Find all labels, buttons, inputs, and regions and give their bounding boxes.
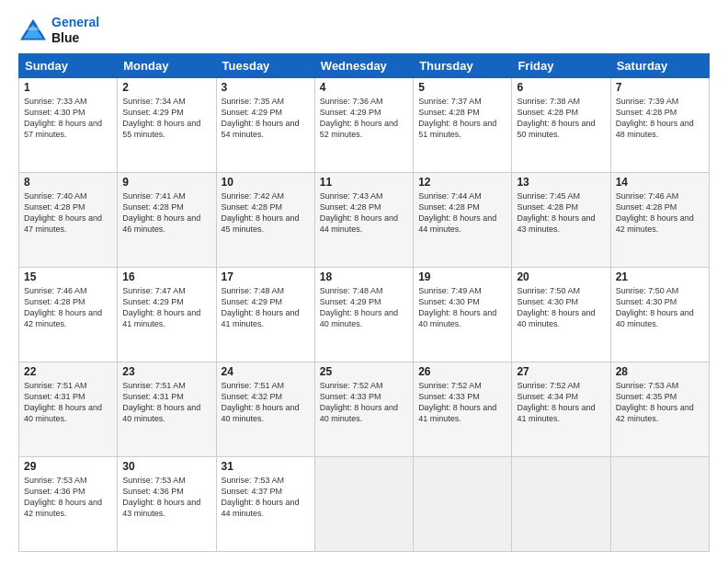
sunrise-value: 7:41 AM: [155, 191, 186, 201]
daylight-label: Daylight: 8 hours and 40 minutes.: [24, 403, 102, 423]
calendar-day-header: Saturday: [610, 53, 709, 77]
cell-content: Sunrise: 7:48 AM Sunset: 4:29 PM Dayligh…: [222, 285, 310, 330]
sunset-label: Sunset:: [222, 202, 252, 212]
day-number: 25: [320, 365, 408, 378]
sunset-label: Sunset:: [517, 108, 547, 117]
cell-content: Sunrise: 7:40 AM Sunset: 4:28 PM Dayligh…: [24, 190, 112, 236]
sunset-value: 4:30 PM: [449, 297, 480, 306]
sunset-value: 4:31 PM: [54, 392, 85, 401]
sunrise-label: Sunrise:: [418, 381, 451, 390]
cell-content: Sunrise: 7:41 AM Sunset: 4:28 PM Dayligh…: [122, 190, 210, 236]
sunrise-value: 7:53 AM: [648, 381, 678, 390]
sunset-label: Sunset:: [24, 392, 54, 401]
daylight-label: Daylight: 8 hours and 40 minutes.: [616, 308, 694, 328]
daylight-label: Daylight: 8 hours and 45 minutes.: [222, 213, 300, 234]
sunset-value: 4:28 PM: [547, 108, 578, 117]
logo-icon: [18, 17, 48, 43]
calendar-cell: 24 Sunrise: 7:51 AM Sunset: 4:32 PM Dayl…: [216, 362, 314, 456]
sunset-label: Sunset:: [616, 202, 646, 212]
sunrise-value: 7:45 AM: [550, 191, 580, 201]
daylight-label: Daylight: 8 hours and 50 minutes.: [517, 119, 595, 139]
sunrise-value: 7:47 AM: [155, 286, 186, 295]
calendar-day-header: Monday: [118, 53, 216, 77]
sunrise-value: 7:48 AM: [352, 286, 382, 295]
sunset-value: 4:28 PM: [646, 202, 677, 212]
sunset-label: Sunset:: [122, 392, 153, 401]
sunrise-label: Sunrise:: [616, 191, 649, 201]
calendar-cell: 9 Sunrise: 7:41 AM Sunset: 4:28 PM Dayli…: [118, 172, 216, 267]
sunrise-value: 7:39 AM: [648, 97, 678, 106]
sunset-value: 4:36 PM: [54, 487, 85, 496]
sunrise-value: 7:50 AM: [550, 286, 580, 295]
sunrise-value: 7:53 AM: [155, 476, 186, 485]
daylight-label: Daylight: 8 hours and 54 minutes.: [222, 119, 300, 139]
daylight-label: Daylight: 8 hours and 40 minutes.: [517, 308, 595, 328]
sunrise-label: Sunrise:: [122, 191, 155, 201]
daylight-label: Daylight: 8 hours and 42 minutes.: [616, 403, 694, 423]
calendar-cell: 2 Sunrise: 7:34 AM Sunset: 4:29 PM Dayli…: [118, 77, 216, 172]
day-number: 15: [24, 270, 112, 283]
sunset-value: 4:30 PM: [646, 297, 677, 306]
calendar-cell: 8 Sunrise: 7:40 AM Sunset: 4:28 PM Dayli…: [19, 172, 118, 267]
sunrise-value: 7:46 AM: [648, 191, 678, 201]
cell-content: Sunrise: 7:49 AM Sunset: 4:30 PM Dayligh…: [418, 285, 506, 330]
cell-content: Sunrise: 7:52 AM Sunset: 4:33 PM Dayligh…: [320, 380, 408, 425]
sunrise-label: Sunrise:: [320, 97, 353, 106]
cell-content: Sunrise: 7:46 AM Sunset: 4:28 PM Dayligh…: [616, 190, 704, 236]
sunrise-label: Sunrise:: [222, 191, 255, 201]
daylight-label: Daylight: 8 hours and 47 minutes.: [24, 213, 102, 234]
daylight-label: Daylight: 8 hours and 48 minutes.: [616, 119, 694, 139]
sunrise-label: Sunrise:: [517, 191, 550, 201]
calendar-cell: [414, 456, 512, 551]
daylight-label: Daylight: 8 hours and 41 minutes.: [122, 308, 200, 328]
cell-content: Sunrise: 7:46 AM Sunset: 4:28 PM Dayligh…: [24, 285, 112, 330]
sunset-label: Sunset:: [320, 392, 350, 401]
cell-content: Sunrise: 7:52 AM Sunset: 4:34 PM Dayligh…: [517, 380, 605, 425]
cell-content: Sunrise: 7:53 AM Sunset: 4:36 PM Dayligh…: [122, 475, 210, 520]
sunset-value: 4:34 PM: [547, 392, 578, 401]
calendar-cell: 30 Sunrise: 7:53 AM Sunset: 4:36 PM Dayl…: [118, 456, 216, 551]
daylight-label: Daylight: 8 hours and 42 minutes.: [616, 213, 694, 234]
sunrise-label: Sunrise:: [222, 286, 255, 295]
day-number: 5: [418, 81, 506, 94]
daylight-label: Daylight: 8 hours and 51 minutes.: [418, 119, 496, 139]
calendar-cell: 19 Sunrise: 7:49 AM Sunset: 4:30 PM Dayl…: [414, 267, 512, 362]
sunset-value: 4:29 PM: [153, 108, 184, 117]
sunrise-value: 7:49 AM: [451, 286, 482, 295]
calendar-week-row: 1 Sunrise: 7:33 AM Sunset: 4:30 PM Dayli…: [19, 77, 710, 172]
sunrise-label: Sunrise:: [122, 286, 155, 295]
sunset-label: Sunset:: [320, 202, 350, 212]
day-number: 18: [320, 270, 408, 283]
sunset-value: 4:29 PM: [350, 297, 381, 306]
sunrise-value: 7:34 AM: [155, 97, 186, 106]
cell-content: Sunrise: 7:33 AM Sunset: 4:30 PM Dayligh…: [24, 96, 112, 141]
sunset-value: 4:28 PM: [153, 202, 184, 212]
day-number: 11: [320, 176, 408, 189]
sunrise-label: Sunrise:: [320, 191, 353, 201]
sunset-label: Sunset:: [24, 487, 54, 496]
cell-content: Sunrise: 7:47 AM Sunset: 4:29 PM Dayligh…: [122, 285, 210, 330]
calendar-cell: 1 Sunrise: 7:33 AM Sunset: 4:30 PM Dayli…: [19, 77, 118, 172]
calendar-cell: 26 Sunrise: 7:52 AM Sunset: 4:33 PM Dayl…: [414, 362, 512, 456]
sunrise-label: Sunrise:: [616, 381, 649, 390]
sunset-value: 4:35 PM: [646, 392, 677, 401]
sunset-label: Sunset:: [418, 202, 449, 212]
sunrise-value: 7:38 AM: [550, 97, 580, 106]
cell-content: Sunrise: 7:34 AM Sunset: 4:29 PM Dayligh…: [122, 96, 210, 141]
sunrise-value: 7:51 AM: [57, 381, 87, 390]
calendar-cell: 13 Sunrise: 7:45 AM Sunset: 4:28 PM Dayl…: [512, 172, 610, 267]
sunset-value: 4:28 PM: [54, 202, 85, 212]
daylight-label: Daylight: 8 hours and 42 minutes.: [24, 498, 102, 518]
sunset-label: Sunset:: [418, 392, 449, 401]
sunset-label: Sunset:: [320, 297, 350, 306]
sunrise-label: Sunrise:: [222, 381, 255, 390]
daylight-label: Daylight: 8 hours and 44 minutes.: [418, 213, 496, 234]
calendar-cell: 3 Sunrise: 7:35 AM Sunset: 4:29 PM Dayli…: [216, 77, 314, 172]
daylight-label: Daylight: 8 hours and 46 minutes.: [122, 213, 200, 234]
day-number: 6: [517, 81, 605, 94]
calendar-cell: 7 Sunrise: 7:39 AM Sunset: 4:28 PM Dayli…: [610, 77, 709, 172]
cell-content: Sunrise: 7:36 AM Sunset: 4:29 PM Dayligh…: [320, 96, 408, 141]
calendar-cell: [512, 456, 610, 551]
sunrise-label: Sunrise:: [24, 97, 57, 106]
sunrise-label: Sunrise:: [122, 97, 155, 106]
